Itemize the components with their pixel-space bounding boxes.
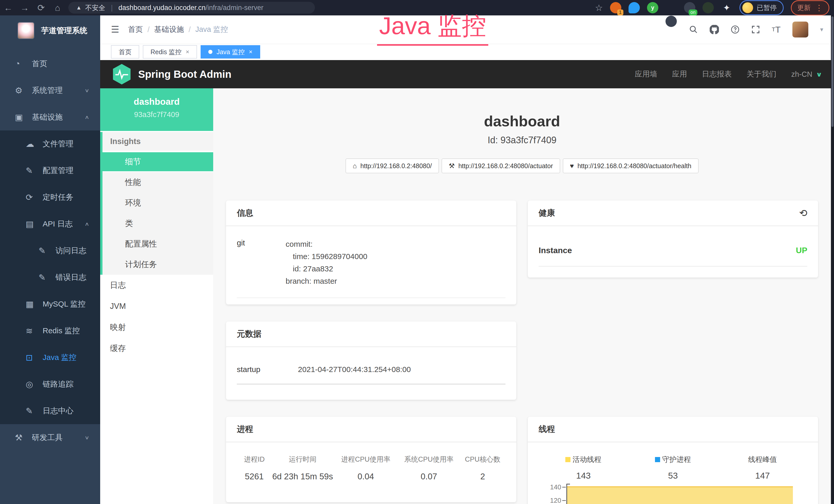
tab-redis-monitor[interactable]: Redis 监控 ×	[143, 45, 197, 59]
sidebar-item-system[interactable]: ⚙ 系统管理 ∨	[0, 77, 100, 104]
sidebar-item-log-center[interactable]: ✎ 日志中心	[0, 397, 100, 424]
cloud-upload-icon: ☁	[26, 139, 43, 149]
health-instance-row[interactable]: Instance UP	[539, 246, 807, 267]
close-icon[interactable]: ×	[186, 48, 189, 55]
y-tick-mark	[562, 487, 566, 487]
pid-value: 5261	[237, 472, 272, 481]
chevron-down-icon: ∨	[816, 71, 822, 78]
metadata-value: 2021-04-27T00:44:31.254+08:00	[298, 365, 411, 374]
sidebar-item-error-log[interactable]: ✎ 错误日志	[0, 264, 100, 291]
info-git-row: git commit: time: 1596289704000 id: 27aa…	[237, 238, 505, 298]
instance-sidebar: dashboard 93a3fc7f7409 Insights 细节 性能 环境…	[100, 88, 213, 504]
grid-extension-icon[interactable]	[665, 16, 677, 27]
extension-icon[interactable]: 1	[610, 2, 621, 13]
sba-nav-applications[interactable]: 应用	[672, 69, 687, 79]
sidebar-item-redis-monitor[interactable]: ≋ Redis 监控	[0, 317, 100, 344]
git-commit-line: commit:	[286, 238, 367, 250]
browser-forward-icon[interactable]: →	[17, 3, 33, 13]
system-cpu-value: 0.07	[398, 472, 460, 481]
menu-item-caches[interactable]: 缓存	[100, 338, 213, 359]
address-bar[interactable]: ▲ 不安全 | dashboard.yudao.iocoder.cn/infra…	[68, 2, 315, 14]
menu-item-mappings[interactable]: 映射	[100, 317, 213, 338]
tab-label: 首页	[119, 48, 132, 56]
app-sidebar: 芋道管理系统 ◔ 首页 ⚙ 系统管理 ∨ ▣ 基础设施 ∧ ☁ 文件管理 ✎ 配…	[0, 16, 100, 504]
sidebar-item-java-monitor[interactable]: ⊡ Java 监控	[0, 344, 100, 371]
history-icon[interactable]: ⟲	[799, 207, 807, 219]
sidebar-item-mysql-monitor[interactable]: ▦ MySQL 监控	[0, 291, 100, 317]
scrollbar-thumb[interactable]	[831, 17, 833, 127]
map-pin-extension-icon[interactable]	[629, 2, 640, 13]
health-key: Instance	[539, 246, 572, 255]
menu-item-performance[interactable]: 性能	[103, 172, 213, 192]
sidebar-item-label: 首页	[32, 59, 47, 69]
update-label: 更新	[797, 3, 811, 12]
instance-header[interactable]: dashboard 93a3fc7f7409	[100, 88, 213, 131]
leaf-extension-icon[interactable]	[702, 2, 714, 13]
breadcrumb-home[interactable]: 首页	[128, 24, 143, 35]
sidebar-item-file-manage[interactable]: ☁ 文件管理	[0, 131, 100, 157]
process-cpu-value: 0.04	[334, 472, 398, 481]
bookmark-star-icon[interactable]: ☆	[595, 3, 603, 13]
process-card: 进程 进程ID 运行时间 进程CPU使用率 系统CPU使用率 CPU核心数 52…	[226, 417, 516, 502]
sidebar-item-tracing[interactable]: ◎ 链路追踪	[0, 371, 100, 397]
sba-body: dashboard 93a3fc7f7409 Insights 细节 性能 环境…	[100, 88, 834, 504]
menu-item-jvm[interactable]: JVM	[100, 296, 213, 317]
menu-item-details[interactable]: 细节	[103, 152, 213, 172]
menu-item-environment[interactable]: 环境	[103, 192, 213, 213]
sidebar-item-access-log[interactable]: ✎ 访问日志	[0, 237, 100, 264]
sba-brand-title[interactable]: Spring Boot Admin	[138, 69, 232, 80]
eye-icon: ◎	[26, 379, 43, 389]
avatar-caret-icon[interactable]: ▾	[820, 26, 823, 33]
browser-reload-icon[interactable]: ⟳	[33, 3, 49, 13]
sidebar-item-home[interactable]: ◔ 首页	[0, 50, 100, 77]
browser-back-icon[interactable]: ←	[0, 3, 17, 13]
instance-id: 93a3fc7f7409	[100, 110, 213, 119]
sidebar-item-config-manage[interactable]: ✎ 配置管理	[0, 157, 100, 184]
metadata-key: startup	[237, 365, 298, 374]
kebab-menu-icon[interactable]: ⋮	[815, 3, 823, 12]
sidebar-item-api-log[interactable]: ▤ API 日志 ∧	[0, 210, 100, 237]
hamburger-icon[interactable]: ☰	[111, 24, 119, 35]
actuator-url-button[interactable]: ⚒ http://192.168.0.2:48080/actuator	[441, 158, 560, 173]
app-logo-row[interactable]: 芋道管理系统	[0, 16, 100, 44]
col-cpu-cores: CPU核心数	[460, 455, 505, 464]
close-icon[interactable]: ×	[249, 48, 253, 55]
actuator-url: http://192.168.0.2:48080/actuator	[458, 162, 553, 170]
security-label[interactable]: 不安全	[85, 3, 105, 12]
infra-submenu: ☁ 文件管理 ✎ 配置管理 ⟳ 定时任务 ▤ API 日志 ∧ ✎ 访问日志 ✎	[0, 131, 100, 424]
timer-icon: ⟳	[26, 192, 43, 202]
sidebar-item-infra[interactable]: ▣ 基础设施 ∧	[0, 104, 100, 131]
sba-nav-about[interactable]: 关于我们	[746, 69, 776, 79]
y-extension-icon[interactable]: y	[647, 2, 658, 13]
list-extension-icon[interactable]: on	[684, 2, 695, 13]
url-divider: |	[111, 4, 113, 12]
menu-item-logs[interactable]: 日志	[100, 275, 213, 296]
app-title: 芋道管理系统	[41, 25, 87, 36]
language-select[interactable]: zh-CN ∨	[791, 70, 822, 79]
sba-nav-journal[interactable]: 日志报表	[702, 69, 731, 79]
extensions-puzzle-icon[interactable]: ✦	[721, 2, 732, 13]
health-url: http://192.168.0.2:48080/actuator/health	[577, 162, 691, 170]
page-scrollbar[interactable]	[831, 16, 834, 504]
threads-legend: 活动线程 143 守护进程 53	[539, 455, 807, 481]
health-card: 健康 ⟲ Instance UP	[528, 201, 818, 278]
breadcrumb-infra[interactable]: 基础设施	[154, 24, 184, 35]
tab-home[interactable]: 首页	[111, 45, 139, 59]
sba-nav-wallboard[interactable]: 应用墙	[635, 69, 657, 79]
update-button[interactable]: 更新 ⋮	[791, 0, 829, 16]
sidebar-item-label: 配置管理	[43, 165, 73, 176]
active-threads-value: 143	[539, 471, 628, 481]
sidebar-item-label: 访问日志	[56, 246, 86, 256]
menu-item-scheduled-tasks[interactable]: 计划任务	[103, 254, 213, 275]
sidebar-item-scheduled-jobs[interactable]: ⟳ 定时任务	[0, 184, 100, 210]
tab-java-monitor[interactable]: Java 监控 ×	[201, 45, 260, 59]
menu-item-config-props[interactable]: 配置属性	[103, 234, 213, 254]
browser-home-icon[interactable]: ⌂	[49, 3, 66, 13]
sidebar-item-dev-tools[interactable]: ⚒ 研发工具 ∨	[0, 424, 100, 451]
service-url-button[interactable]: ⌂ http://192.168.0.2:48080/	[346, 158, 439, 173]
health-url-button[interactable]: ♥ http://192.168.0.2:48080/actuator/heal…	[563, 158, 699, 173]
active-threads-label: 活动线程	[572, 455, 601, 464]
extension-badge: 1	[617, 9, 623, 16]
menu-item-classes[interactable]: 类	[103, 213, 213, 234]
profile-paused-chip[interactable]: 已暂停	[740, 0, 784, 15]
